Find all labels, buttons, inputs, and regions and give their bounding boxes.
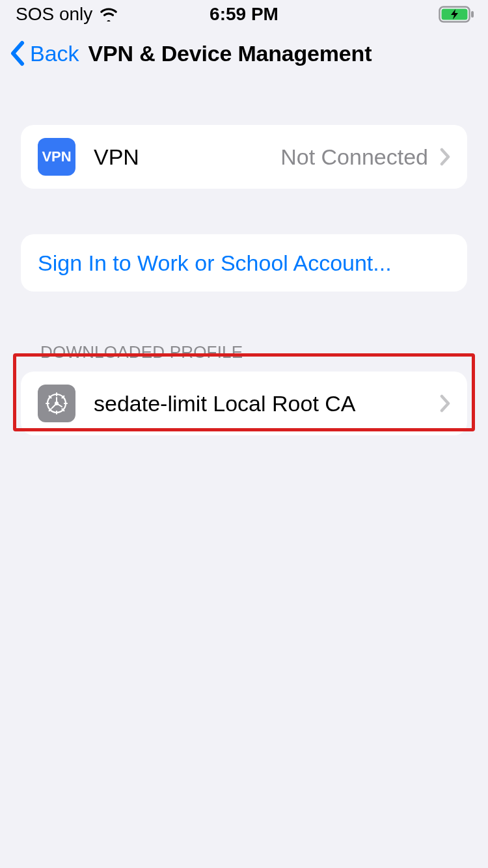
battery-charging-icon [439,6,475,23]
gear-icon [38,385,75,422]
downloaded-profile-row[interactable]: sedate-limit Local Root CA [21,372,467,435]
nav-bar: Back VPN & Device Management [0,29,488,79]
vpn-label: VPN [94,144,139,170]
profile-name: sedate-limit Local Root CA [94,391,440,416]
vpn-badge-icon: VPN [38,138,75,176]
vpn-status-value: Not Connected [280,144,428,170]
carrier-text: SOS only [16,4,92,25]
back-button[interactable]: Back [30,41,79,66]
svg-rect-2 [471,11,474,18]
sign-in-label: Sign In to Work or School Account... [38,251,392,276]
page-title: VPN & Device Management [88,41,372,66]
status-bar: SOS only 6:59 PM [0,0,488,29]
chevron-right-icon [440,148,450,166]
sign-in-work-school-row[interactable]: Sign In to Work or School Account... [21,234,467,292]
wifi-icon [99,7,118,21]
svg-line-15 [52,403,57,408]
clock: 6:59 PM [210,4,278,25]
back-chevron-icon[interactable] [9,40,26,66]
vpn-row[interactable]: VPN VPN Not Connected [21,125,467,189]
chevron-right-icon [440,394,450,413]
downloaded-profile-header: DOWNLOADED PROFILE [21,342,467,372]
